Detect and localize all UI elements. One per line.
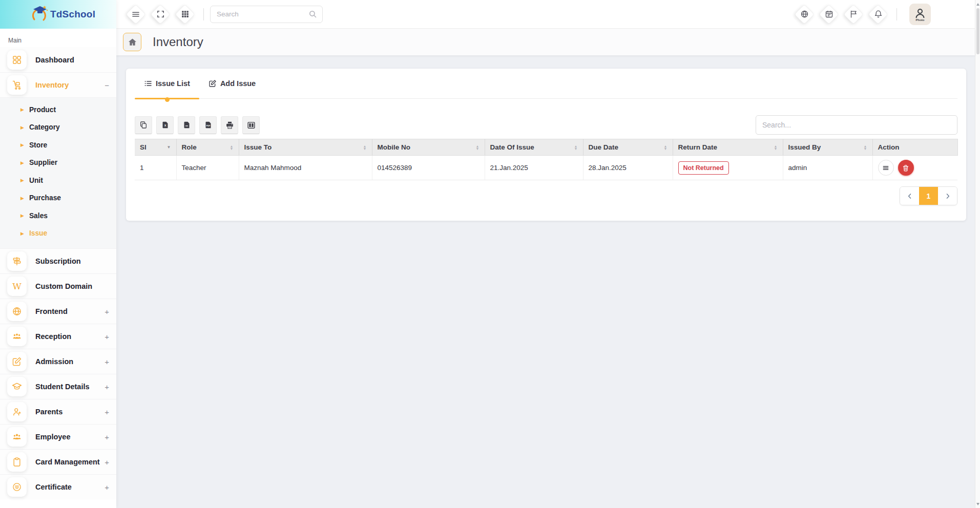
sidebar-item-label: Subscription [35,257,81,265]
sidebar-item-frontend[interactable]: Frontend + [0,299,116,324]
language-button[interactable] [794,4,815,25]
sidebar-item-subscription[interactable]: Subscription [0,248,116,273]
submenu-item-issue[interactable]: ▶Issue [0,225,116,243]
svg-text:PDF: PDF [206,125,210,127]
report-flag-button[interactable] [843,4,864,25]
vertical-scrollbar[interactable] [975,0,980,508]
sidebar-toggle-button[interactable] [126,4,146,25]
sidebar-item-inventory[interactable]: Inventory − [0,72,116,97]
caret-right-icon: ▶ [20,231,24,236]
export-csv-button[interactable] [178,116,195,134]
column-header-return-date[interactable]: Return Date▲▼ [673,139,783,156]
cell-return-date: Not Returned [673,156,783,180]
expand-indicator: + [105,307,109,316]
copy-button[interactable] [135,116,152,134]
cell-role: Teacher [176,156,239,180]
page-number-button[interactable]: 1 [919,187,938,205]
sidebar-item-reception[interactable]: Reception + [0,324,116,349]
chevron-left-icon [906,193,913,200]
submenu-item-sales[interactable]: ▶Sales [0,207,116,225]
user-avatar[interactable]: Photo [909,4,931,25]
sidebar-item-card-management[interactable]: Card Management + [0,449,116,474]
people-group-icon [7,327,27,346]
people-group-icon [7,427,27,447]
sidebar-nav: Dashboard Inventory − ▶Product ▶Category… [0,47,116,499]
app-root: TdSchool Main Dashboard [0,0,980,508]
export-pdf-button[interactable]: PDF [199,116,217,134]
submenu-item-product[interactable]: ▶Product [0,101,116,119]
submenu-item-category[interactable]: ▶Category [0,119,116,137]
column-header-role[interactable]: Role▲▼ [176,139,239,156]
calendar-button[interactable] [819,4,839,25]
sidebar-item-label: Student Details [35,383,90,391]
submenu-item-supplier[interactable]: ▶Supplier [0,154,116,172]
certificate-seal-icon [7,477,27,497]
caret-right-icon: ▶ [20,196,24,201]
sort-icon: ▲▼ [574,145,578,150]
sort-icon: ▲▼ [230,145,234,150]
export-excel-button[interactable]: X [156,116,174,134]
svg-text:X: X [164,124,166,127]
excel-file-icon: X [161,121,169,129]
sidebar-item-employee[interactable]: Employee + [0,424,116,449]
column-header-mobile-no[interactable]: Mobile No▲▼ [372,139,485,156]
column-header-issued-by[interactable]: Issued By▲▼ [783,139,872,156]
sidebar-item-admission[interactable]: Admission + [0,349,116,374]
inventory-cart-icon [7,75,27,95]
tab-bar: Issue List Add Issue [135,69,957,99]
scroll-up-arrow[interactable] [975,1,980,7]
row-delete-button[interactable] [898,160,914,176]
column-visibility-button[interactable] [242,116,260,134]
home-icon [128,37,137,47]
sort-desc-icon: ▼ [167,145,171,150]
list-icon [144,79,152,88]
avatar-caption: Photo [916,18,925,22]
person-plus-icon [7,402,27,421]
globe-icon [7,302,27,321]
columns-icon [247,121,256,130]
scroll-down-arrow[interactable] [975,501,980,507]
cell-date-of-issue: 21.Jan.2025 [485,156,583,180]
column-header-sl[interactable]: Sl▼ [135,139,176,156]
edit-square-icon [7,352,27,371]
column-header-date-of-issue[interactable]: Date Of Issue▲▼ [485,139,583,156]
sidebar-item-custom-domain[interactable]: W Custom Domain [0,273,116,299]
sidebar-item-parents[interactable]: Parents + [0,399,116,424]
sidebar-item-student-details[interactable]: Student Details + [0,374,116,399]
bell-icon [874,10,883,18]
submenu-item-store[interactable]: ▶Store [0,136,116,154]
global-search-input[interactable] [217,10,308,18]
cell-issued-by: admin [783,156,872,180]
submenu-item-purchase[interactable]: ▶Purchase [0,189,116,207]
table-row: 1 Teacher Maznah Mahmood 014526389 21.Ja… [135,156,957,180]
submenu-item-unit[interactable]: ▶Unit [0,172,116,189]
main-area: Photo Inventory Issue List [116,0,975,508]
notifications-button[interactable] [868,4,888,25]
scrollbar-thumb[interactable] [976,8,979,54]
brand-logo[interactable]: TdSchool [0,0,116,29]
sidebar-item-certificate[interactable]: Certificate + [0,474,116,499]
sidebar-item-label: Dashboard [35,56,74,64]
tab-add-issue[interactable]: Add Issue [199,68,265,98]
tab-issue-list[interactable]: Issue List [135,68,199,98]
flag-icon [849,10,858,18]
topbar-right-group: Photo [792,4,931,25]
previous-page-button[interactable] [900,187,919,205]
brand-name: TdSchool [50,9,95,20]
issue-card: Issue List Add Issue X [126,69,966,221]
column-header-issue-to[interactable]: Issue To▲▼ [239,139,372,156]
sidebar-item-label: Custom Domain [35,282,92,290]
cell-due-date: 28.Jan.2025 [583,156,673,180]
table-search-input[interactable] [762,116,951,134]
grid-icon [181,10,190,18]
column-header-due-date[interactable]: Due Date▲▼ [583,139,673,156]
expand-indicator: + [105,408,109,416]
fullscreen-button[interactable] [150,4,171,25]
sidebar-item-dashboard[interactable]: Dashboard [0,47,116,72]
sidebar-item-label: Certificate [35,483,72,491]
row-menu-button[interactable] [878,160,894,176]
next-page-button[interactable] [938,187,957,205]
print-button[interactable] [221,116,238,134]
apps-grid-button[interactable] [175,4,195,25]
home-button[interactable] [123,33,141,51]
